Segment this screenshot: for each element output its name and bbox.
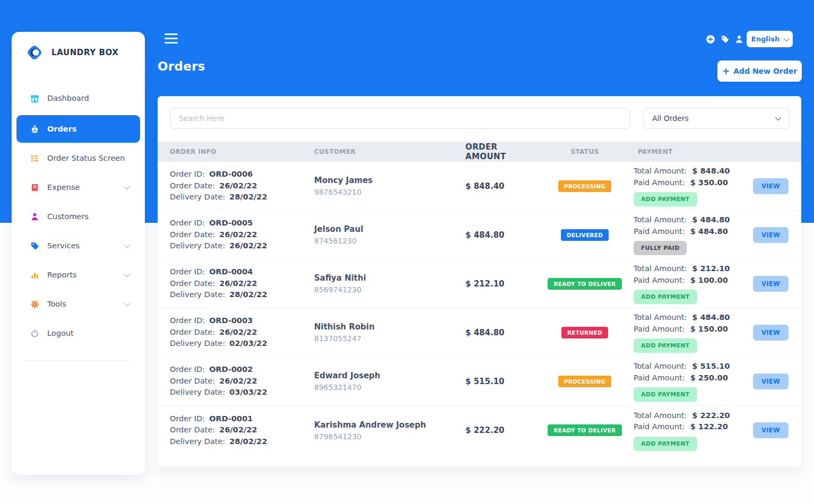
total-amount-label: Total Amount:: [634, 264, 687, 273]
plus-icon: +: [722, 67, 730, 76]
customer-phone: 9876543210: [314, 188, 453, 196]
order-date-label: Order Date:: [170, 425, 215, 434]
sidebar-item-order-status-screen[interactable]: Order Status Screen: [16, 146, 140, 170]
add-new-order-button[interactable]: + Add New Order: [717, 60, 802, 82]
table-row: Order ID:ORD-0002 Order Date:26/02/22 De…: [158, 357, 801, 406]
status-badge: DELIVERED: [561, 229, 609, 241]
user-icon[interactable]: [734, 34, 744, 44]
view-button[interactable]: VIEW: [753, 422, 789, 438]
sidebar-item-label: Dashboard: [47, 94, 89, 102]
filter-row: All Orders: [158, 96, 801, 142]
sidebar-item-label: Tools: [47, 300, 66, 308]
orders-filter-select[interactable]: All Orders: [643, 108, 790, 129]
order-date-value: 26/02/22: [219, 425, 257, 434]
payment-badge[interactable]: ADD PAYMENT: [634, 387, 697, 402]
sidebar-item-customers[interactable]: Customers: [16, 204, 140, 229]
total-amount-value: $ 484.80: [692, 313, 730, 321]
sidebar-divider: [24, 360, 132, 361]
view-button[interactable]: VIEW: [753, 276, 789, 292]
delivery-date-value: 28/02/22: [229, 437, 267, 446]
total-amount-value: $ 222.20: [692, 411, 730, 420]
sidebar-item-services[interactable]: Services: [16, 233, 140, 258]
tag-icon[interactable]: [720, 34, 730, 44]
table-row: Order ID:ORD-0001 Order Date:26/02/22 De…: [158, 406, 801, 455]
payment-badge[interactable]: ADD PAYMENT: [634, 437, 697, 451]
status-badge: PROCESSING: [558, 180, 612, 192]
add-circle-icon[interactable]: [706, 34, 715, 44]
customer-name: Jelson Paul: [314, 224, 453, 234]
sidebar-item-orders[interactable]: Orders: [16, 115, 140, 143]
brand: LAUNDRY BOX: [12, 32, 145, 63]
order-info-cell: Order ID:ORD-0001 Order Date:26/02/22 De…: [158, 413, 302, 448]
paid-amount-label: Paid Amount:: [634, 325, 685, 333]
customer-name: Safiya Nithi: [314, 273, 453, 283]
view-button[interactable]: VIEW: [753, 227, 789, 243]
payment-cell: Total Amount:$ 515.10 Paid Amount:$ 250.…: [630, 361, 801, 402]
menu-toggle-icon[interactable]: [164, 33, 178, 44]
basket-icon: [30, 125, 39, 134]
status-badge: READY TO DELIVER: [548, 278, 621, 290]
status-cell: PROCESSING: [540, 376, 630, 387]
total-amount-value: $ 212.10: [692, 264, 730, 273]
total-amount-label: Total Amount:: [634, 167, 687, 175]
order-amount: $ 222.20: [453, 425, 540, 435]
delivery-date-value: 28/02/22: [229, 193, 267, 201]
order-date-value: 26/02/22: [219, 279, 257, 288]
order-id-label: Order ID:: [170, 219, 205, 227]
delivery-date-value: 26/02/22: [229, 241, 267, 250]
delivery-date-label: Delivery Date:: [170, 241, 225, 250]
laundry-box-logo-icon: [24, 42, 45, 63]
sidebar-item-reports[interactable]: Reports: [16, 263, 140, 287]
paid-amount-label: Paid Amount:: [634, 227, 685, 236]
payment-badge[interactable]: ADD PAYMENT: [634, 338, 697, 353]
customer-name: Moncy James: [314, 176, 453, 185]
paid-amount-value: $ 150.00: [690, 325, 728, 333]
chevron-down-icon: [784, 35, 790, 41]
order-info-cell: Order ID:ORD-0003 Order Date:26/02/22 De…: [158, 315, 302, 350]
status-cell: READY TO DELIVER: [540, 424, 630, 436]
total-amount-label: Total Amount:: [634, 362, 687, 370]
payment-badge[interactable]: ADD PAYMENT: [634, 192, 697, 206]
payment-cell: Total Amount:$ 484.80 Paid Amount:$ 484.…: [630, 214, 801, 255]
sidebar-item-label: Orders: [47, 125, 76, 133]
sidebar-item-tools[interactable]: Tools: [16, 292, 140, 316]
person-icon: [30, 212, 39, 221]
customer-cell: Jelson Paul 874561230: [302, 224, 453, 245]
customer-phone: 8796541230: [314, 432, 453, 441]
order-date-label: Order Date:: [170, 328, 215, 336]
order-date-label: Order Date:: [170, 181, 215, 190]
sidebar-item-expense[interactable]: Expense: [16, 175, 140, 199]
view-button[interactable]: VIEW: [753, 325, 789, 341]
delivery-date-value: 28/02/22: [229, 290, 267, 299]
customer-name: Karishma Andrew Joseph: [314, 420, 453, 430]
col-header-status: STATUS: [540, 148, 630, 155]
customer-name: Nithish Robin: [314, 322, 453, 332]
sidebar-item-logout[interactable]: Logout: [16, 321, 140, 345]
col-header-order-info: ORDER INFO: [158, 148, 302, 155]
order-info-cell: Order ID:ORD-0006 Order Date:26/02/22 De…: [158, 169, 302, 203]
payment-badge[interactable]: ADD PAYMENT: [634, 290, 697, 304]
sidebar-item-label: Logout: [47, 329, 74, 337]
order-amount: $ 848.40: [453, 181, 540, 191]
customer-phone: 8137055247: [314, 334, 453, 343]
customer-cell: Safiya Nithi 8569741230: [302, 273, 453, 294]
customer-cell: Nithish Robin 8137055247: [302, 322, 453, 343]
delivery-date-label: Delivery Date:: [170, 290, 225, 299]
search-input[interactable]: [170, 108, 630, 129]
col-header-order-amount: ORDER AMOUNT: [453, 142, 540, 161]
chevron-down-icon: [124, 300, 130, 306]
view-button[interactable]: VIEW: [753, 373, 789, 389]
view-button[interactable]: VIEW: [753, 178, 789, 194]
sidebar-item-dashboard[interactable]: Dashboard: [16, 86, 140, 110]
table-header-row: ORDER INFO CUSTOMER ORDER AMOUNT STATUS …: [158, 142, 801, 162]
order-id-value: ORD-0006: [209, 170, 253, 178]
chevron-down-icon: [124, 184, 130, 189]
delivery-date-label: Delivery Date:: [170, 437, 225, 446]
sidebar-item-label: Order Status Screen: [47, 154, 125, 162]
language-selector[interactable]: English: [747, 31, 793, 47]
paid-amount-value: $ 484.80: [690, 227, 728, 236]
status-cell: READY TO DELIVER: [540, 278, 630, 290]
payment-cell: Total Amount:$ 212.10 Paid Amount:$ 100.…: [630, 263, 801, 304]
order-date-value: 26/02/22: [219, 328, 257, 336]
total-amount-value: $ 848.40: [692, 167, 730, 175]
